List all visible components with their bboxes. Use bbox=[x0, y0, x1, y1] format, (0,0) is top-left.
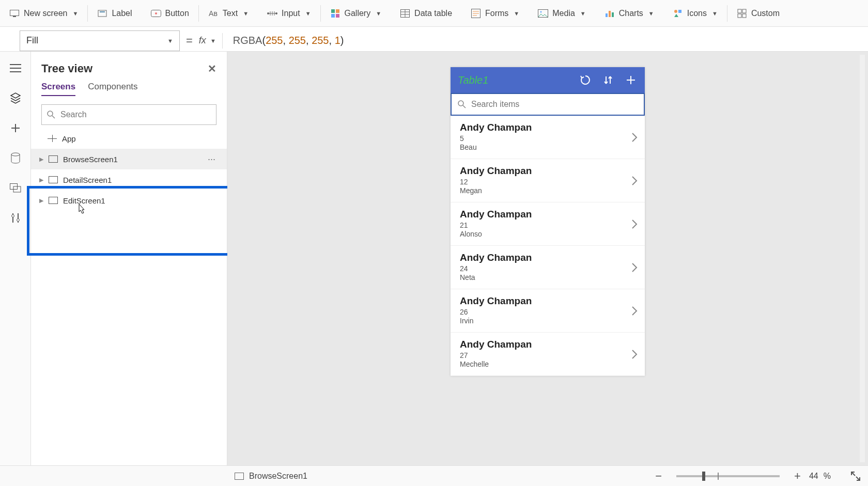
fullscreen-icon[interactable] bbox=[850, 471, 861, 481]
chevron-down-icon: ▼ bbox=[514, 10, 519, 17]
ribbon-label-btn[interactable]: Label bbox=[88, 0, 141, 26]
ribbon-gallery[interactable]: Gallery ▼ bbox=[321, 0, 391, 26]
chevron-right-icon[interactable]: ▶ bbox=[39, 177, 43, 183]
ribbon-custom[interactable]: Custom bbox=[727, 0, 789, 26]
gallery-item[interactable]: Andy Champan5Beau bbox=[451, 116, 645, 159]
chevron-right-icon[interactable] bbox=[631, 262, 638, 273]
status-bar: BrowseScreen1 − + 44 % bbox=[0, 465, 868, 486]
gallery-item-title: Andy Champan bbox=[460, 209, 637, 220]
gallery-item[interactable]: Andy Champan27Mechelle bbox=[451, 333, 645, 376]
ribbon-input[interactable]: Input ▼ bbox=[258, 0, 320, 26]
svg-rect-24 bbox=[742, 14, 746, 18]
preview-gallery: Andy Champan5BeauAndy Champan12MeganAndy… bbox=[451, 116, 645, 376]
ribbon-button-btn[interactable]: Button bbox=[142, 0, 198, 26]
equals-sign: = bbox=[186, 34, 193, 48]
canvas[interactable]: Table1 Andy Champan5BeauAndy Champan12Me… bbox=[227, 52, 868, 465]
formula-input[interactable]: RGBA(255, 255, 255, 1) bbox=[229, 30, 863, 51]
more-icon[interactable]: ⋯ bbox=[208, 154, 216, 164]
gallery-item[interactable]: Andy Champan24Neta bbox=[451, 246, 645, 289]
hamburger-icon[interactable] bbox=[8, 61, 23, 75]
tree-item-app[interactable]: App bbox=[31, 128, 227, 149]
insert-icon[interactable] bbox=[8, 121, 23, 135]
ribbon-new-screen[interactable]: New screen ▼ bbox=[0, 0, 87, 26]
svg-rect-0 bbox=[10, 10, 19, 15]
zoom-out-button[interactable]: − bbox=[652, 469, 665, 483]
ribbon-forms[interactable]: Forms ▼ bbox=[461, 0, 529, 26]
preview-search-input[interactable] bbox=[471, 100, 638, 109]
chevron-right-icon[interactable] bbox=[631, 132, 638, 143]
svg-rect-20 bbox=[678, 10, 681, 13]
media-panel-icon[interactable] bbox=[8, 181, 23, 195]
close-icon[interactable]: ✕ bbox=[208, 62, 216, 75]
ribbon-label: New screen bbox=[24, 9, 67, 18]
svg-rect-9 bbox=[336, 9, 339, 13]
preview-search-container bbox=[451, 93, 645, 116]
svg-rect-11 bbox=[336, 14, 339, 18]
add-icon[interactable] bbox=[624, 73, 638, 87]
tree-item-editscreen1[interactable]: ▶ EditScreen1 bbox=[31, 190, 227, 211]
advanced-tools-icon[interactable] bbox=[8, 211, 23, 225]
svg-rect-10 bbox=[331, 14, 335, 18]
ribbon-media[interactable]: Media ▼ bbox=[529, 0, 595, 26]
tab-components[interactable]: Components bbox=[88, 82, 137, 96]
chevron-right-icon[interactable]: ▶ bbox=[39, 156, 43, 163]
gallery-item-subtitle: Beau bbox=[460, 143, 637, 151]
ribbon-icons[interactable]: Icons ▼ bbox=[663, 0, 727, 26]
ribbon-toolbar: New screen ▼ Label Button Aʙ Text ▼ Inpu… bbox=[0, 0, 868, 27]
gallery-item-title: Andy Champan bbox=[460, 339, 637, 350]
search-icon bbox=[458, 100, 466, 108]
property-selector[interactable]: Fill ▼ bbox=[20, 30, 180, 51]
ribbon-text[interactable]: Aʙ Text ▼ bbox=[199, 0, 258, 26]
ribbon-label: Forms bbox=[485, 9, 508, 18]
custom-icon bbox=[737, 8, 747, 19]
gallery-item[interactable]: Andy Champan21Alonso bbox=[451, 202, 645, 246]
data-icon[interactable] bbox=[8, 151, 23, 165]
canvas-scrollbar[interactable] bbox=[860, 55, 865, 462]
zoom-slider[interactable] bbox=[676, 475, 780, 477]
svg-point-29 bbox=[17, 219, 19, 222]
tree-view-panel: Tree view ✕ Screens Components App ▶ Bro… bbox=[31, 52, 227, 465]
chevron-right-icon[interactable] bbox=[631, 306, 638, 316]
zoom-in-button[interactable]: + bbox=[791, 469, 804, 483]
chevron-down-icon: ▼ bbox=[72, 10, 78, 17]
chevron-right-icon[interactable] bbox=[631, 349, 638, 359]
ribbon-label: Text bbox=[223, 9, 238, 18]
ribbon-label: Charts bbox=[619, 9, 643, 18]
svg-point-28 bbox=[11, 215, 14, 217]
screen-icon bbox=[49, 197, 58, 204]
tree-list: App ▶ BrowseScreen1 ⋯ ▶ DetailScreen1 ▶ … bbox=[31, 128, 227, 211]
svg-rect-1 bbox=[13, 16, 16, 17]
chevron-right-icon[interactable] bbox=[631, 176, 638, 186]
svg-rect-18 bbox=[612, 12, 614, 17]
tree-item-detailscreen1[interactable]: ▶ DetailScreen1 bbox=[31, 169, 227, 190]
refresh-icon[interactable] bbox=[579, 73, 592, 87]
gallery-item-subtitle: Mechelle bbox=[460, 360, 637, 368]
gallery-item[interactable]: Andy Champan12Megan bbox=[451, 159, 645, 202]
preview-title: Table1 bbox=[458, 74, 569, 86]
tab-screens[interactable]: Screens bbox=[41, 82, 75, 96]
formula-fn: RGBA bbox=[233, 35, 262, 46]
sort-icon[interactable] bbox=[601, 73, 615, 87]
ribbon-label: Data table bbox=[414, 9, 452, 18]
svg-rect-21 bbox=[738, 9, 741, 13]
chevron-right-icon[interactable]: ▶ bbox=[39, 197, 43, 204]
tree-search[interactable] bbox=[41, 104, 216, 125]
svg-point-7 bbox=[275, 12, 277, 14]
chevron-down-icon: ▼ bbox=[243, 10, 249, 17]
separator bbox=[222, 33, 223, 49]
chevron-down-icon: ▼ bbox=[580, 10, 586, 17]
tree-title: Tree view bbox=[41, 62, 92, 75]
chevron-right-icon[interactable] bbox=[631, 219, 638, 229]
app-icon bbox=[48, 135, 57, 142]
ribbon-data-table[interactable]: Data table bbox=[391, 0, 461, 26]
chevron-down-icon: ▼ bbox=[648, 10, 654, 17]
tree-search-input[interactable] bbox=[60, 110, 211, 119]
tree-item-browsescreen1[interactable]: ▶ BrowseScreen1 ⋯ bbox=[31, 149, 227, 169]
fx-selector[interactable]: fx ▼ bbox=[199, 35, 216, 46]
tree-item-label: App bbox=[62, 134, 76, 143]
gallery-item[interactable]: Andy Champan26Irvin bbox=[451, 289, 645, 333]
screen-icon bbox=[9, 8, 20, 19]
ribbon-charts[interactable]: Charts ▼ bbox=[595, 0, 663, 26]
tree-view-icon[interactable] bbox=[8, 91, 23, 105]
chevron-down-icon: ▼ bbox=[376, 10, 381, 17]
